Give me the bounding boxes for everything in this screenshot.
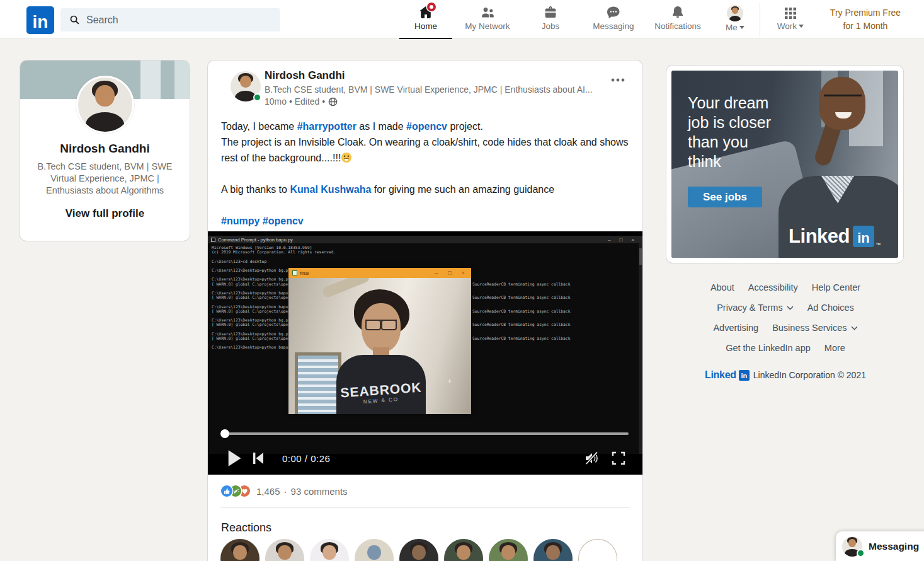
- footer-brand: Linked in LinkedIn Corporation © 2021: [668, 369, 903, 381]
- terminal-output-right: SourceReaderCB terminating async callbac…: [472, 245, 570, 340]
- terminal-title: Command Prompt - python bapu.py: [218, 237, 293, 243]
- video-time: 0:00 / 0:26: [282, 453, 330, 464]
- see-jobs-button[interactable]: See jobs: [688, 187, 762, 207]
- avatar-graphic: [501, 545, 515, 560]
- nav-me-label: Me: [726, 23, 738, 32]
- nav-jobs[interactable]: Jobs: [519, 0, 582, 39]
- profile-avatar[interactable]: [76, 76, 134, 134]
- mute-button[interactable]: [583, 450, 600, 466]
- post-text-line1: Today, I became #harrypotter as I made #…: [221, 119, 629, 134]
- like-reaction-icon: [221, 485, 232, 497]
- footer-link-business-services[interactable]: Business Services: [772, 323, 857, 333]
- globe-icon: [328, 97, 338, 107]
- footer-copyright: LinkedIn Corporation © 2021: [753, 370, 866, 380]
- me-avatar: [727, 5, 743, 21]
- nav-my-network-label: My Network: [465, 21, 510, 31]
- reactor-avatar[interactable]: [533, 539, 573, 561]
- footer-link-help-center[interactable]: Help Center: [812, 282, 860, 292]
- reactor-avatar[interactable]: [310, 539, 349, 561]
- try-premium-link[interactable]: Try Premium Free for 1 Month: [821, 0, 910, 39]
- messaging-panel[interactable]: Messaging: [836, 531, 924, 561]
- webcam-window-icon: [292, 270, 297, 275]
- hashtag-harrypotter[interactable]: #harrypotter: [297, 121, 356, 132]
- ad-image[interactable]: Your dream job is closer than you think …: [671, 71, 898, 258]
- comments-count[interactable]: 93 comments: [291, 486, 348, 497]
- ad-man-head: [819, 77, 865, 130]
- webcam-scene: SEABROOK NEW & CO +: [288, 278, 471, 414]
- fullscreen-icon: [611, 451, 626, 466]
- caret-down-icon: [739, 26, 744, 29]
- footer-link-about[interactable]: About: [710, 282, 734, 292]
- reactor-avatar[interactable]: [578, 539, 617, 561]
- logo-in-box: in: [853, 226, 874, 247]
- search-input[interactable]: [86, 14, 263, 26]
- maximize-icon: □: [448, 270, 451, 276]
- progress-knob[interactable]: [220, 429, 229, 438]
- linkedin-logo[interactable]: in: [26, 6, 54, 34]
- reactor-avatar[interactable]: [444, 539, 483, 561]
- nav-my-network[interactable]: My Network: [456, 0, 519, 39]
- nav-home[interactable]: Home: [396, 0, 456, 39]
- fullscreen-button[interactable]: [611, 451, 626, 466]
- search-box[interactable]: [60, 8, 280, 32]
- play-button[interactable]: [227, 449, 242, 467]
- post-options-button[interactable]: [607, 69, 629, 88]
- video-controls: 0:00 / 0:26: [208, 442, 642, 475]
- footer-link-privacy-terms[interactable]: Privacy & Terms: [717, 303, 793, 313]
- ad-man-glasses: [824, 95, 862, 102]
- footer-link-accessibility[interactable]: Accessibility: [748, 282, 798, 292]
- nav-jobs-label: Jobs: [542, 21, 560, 31]
- mention-kunal-kushwaha[interactable]: Kunal Kushwaha: [290, 184, 371, 195]
- reactor-avatar[interactable]: [265, 539, 304, 561]
- close-icon: ×: [631, 237, 634, 243]
- premium-line1: Try Premium Free: [821, 6, 910, 20]
- footer-link-more[interactable]: More: [824, 343, 845, 353]
- reactor-avatar[interactable]: [355, 539, 394, 561]
- skip-start-icon: [252, 451, 265, 465]
- post-timestamp: 10mo • Edited •: [265, 96, 325, 107]
- nav-messaging[interactable]: Messaging: [582, 0, 645, 39]
- webcam-titlebar: final – □ ×: [288, 268, 471, 278]
- nav-work-label: Work: [777, 21, 797, 31]
- video-progress-bar[interactable]: [222, 432, 629, 435]
- post-text-line2: The project is an Invisible Cloak. On we…: [221, 134, 629, 166]
- skip-to-start-button[interactable]: [252, 451, 265, 465]
- profile-name[interactable]: Nirdosh Gandhi: [20, 142, 190, 156]
- nav-notifications-label: Notifications: [654, 21, 701, 31]
- footer-logo-in-box: in: [739, 370, 750, 381]
- hashtag-opencv[interactable]: #opencv: [406, 121, 447, 132]
- view-full-profile-link[interactable]: View full profile: [20, 207, 190, 220]
- nav-notifications[interactable]: Notifications: [645, 0, 710, 39]
- divider: [220, 507, 630, 508]
- post-meta: 10mo • Edited •: [265, 96, 338, 107]
- notification-badge: [427, 3, 436, 11]
- crosshair: +: [447, 376, 452, 386]
- linkedin-ad-logo: Linked in ™: [789, 225, 881, 248]
- footer: About Accessibility Help Center Privacy …: [668, 282, 903, 381]
- jobs-icon: [543, 5, 558, 20]
- post-author-name[interactable]: Nirdosh Gandhi: [265, 69, 345, 82]
- separator-dot: ·: [284, 486, 287, 497]
- footer-link-ad-choices[interactable]: Ad Choices: [807, 303, 854, 313]
- chevron-down-icon: [851, 326, 858, 330]
- reactor-avatar[interactable]: [220, 539, 260, 561]
- notifications-icon: [670, 5, 685, 20]
- nav-work[interactable]: Work: [760, 0, 821, 39]
- nav-me[interactable]: Me: [710, 0, 760, 39]
- linkedin-page: in Home My Network Jobs Messaging: [0, 0, 924, 561]
- footer-link-advertising[interactable]: Advertising: [713, 323, 758, 333]
- webcam-title: final: [300, 270, 309, 276]
- terminal-scrollbar: [639, 243, 642, 454]
- hashtag-numpy[interactable]: #numpy: [221, 216, 260, 226]
- footer-link-get-app[interactable]: Get the LinkedIn app: [726, 343, 811, 353]
- reaction-count[interactable]: 1,465: [256, 486, 280, 497]
- reactor-avatar[interactable]: [489, 539, 528, 561]
- maximize-icon: □: [619, 237, 622, 243]
- video-player[interactable]: Command Prompt - python bapu.py – □ × Mi…: [208, 231, 642, 475]
- avatar-graphic: [233, 545, 246, 560]
- post-author-headline: B.Tech CSE student, BVM | SWE Virtual Ex…: [265, 84, 608, 95]
- minimize-icon: –: [435, 270, 438, 276]
- hashtag-opencv2[interactable]: #opencv: [263, 216, 304, 226]
- reactor-avatar[interactable]: [399, 539, 438, 561]
- post-body: Today, I became #harrypotter as I made #…: [208, 119, 642, 229]
